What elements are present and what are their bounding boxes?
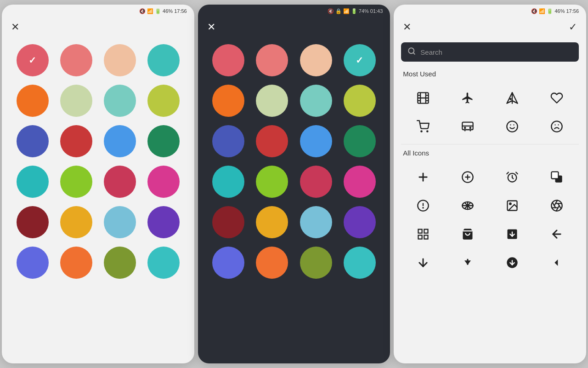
color-dot-cyan[interactable] xyxy=(17,166,49,198)
wifi-icon: 📶 xyxy=(147,8,153,14)
all-icons-label: All Icons xyxy=(394,146,586,161)
svg-point-10 xyxy=(510,98,511,99)
dark-color-dot-cyan[interactable] xyxy=(212,166,244,198)
grid-icon[interactable] xyxy=(407,220,439,248)
dark-color-dot-lime[interactable] xyxy=(344,85,376,117)
dark-color-dot-sage[interactable] xyxy=(256,85,288,117)
confirm-button-icon[interactable]: ✓ xyxy=(569,21,577,33)
selected-check: ✓ xyxy=(28,55,36,66)
top-bar-dark: ✕ xyxy=(198,17,390,39)
color-dot-sage[interactable] xyxy=(60,85,92,117)
film-icon[interactable] xyxy=(407,84,439,112)
alert-icon[interactable] xyxy=(407,192,439,219)
arrow-down-circle-icon[interactable] xyxy=(496,249,528,276)
airplane-icon[interactable] xyxy=(452,84,484,112)
alarm-icon[interactable] xyxy=(496,163,528,191)
color-dot-chartreuse[interactable] xyxy=(60,166,92,198)
football-icon[interactable] xyxy=(452,192,484,219)
color-dot-blue1[interactable] xyxy=(17,125,49,157)
search-placeholder[interactable]: Search xyxy=(420,48,442,56)
search-icon xyxy=(407,47,416,57)
search-bar[interactable]: Search xyxy=(401,42,579,62)
dark-color-dot-maroon[interactable] xyxy=(212,206,244,238)
dark-color-dot-orange[interactable] xyxy=(212,85,244,117)
plus-icon[interactable] xyxy=(407,163,439,191)
color-dot-red-selected[interactable]: ✓ xyxy=(17,44,49,76)
close-button-dark[interactable]: ✕ xyxy=(207,21,215,33)
color-dot-magenta[interactable] xyxy=(147,166,180,198)
close-button-icon[interactable]: ✕ xyxy=(403,21,411,33)
download-box-icon[interactable] xyxy=(496,220,528,248)
dark-color-dot-chartreuse[interactable] xyxy=(256,166,288,198)
all-icons-grid xyxy=(394,161,586,278)
dark-color-dot-periwinkle[interactable] xyxy=(212,247,244,279)
dark-color-dot-skyblue[interactable] xyxy=(300,125,332,157)
color-dot-tomato[interactable] xyxy=(60,247,92,279)
status-bar-icon: 🔇 📶 🔋 46% 17:56 xyxy=(394,5,586,17)
copy-icon[interactable] xyxy=(541,163,573,191)
color-grid-light: ✓ xyxy=(2,39,194,363)
dark-color-dot-aqua[interactable] xyxy=(300,85,332,117)
pizza-icon[interactable] xyxy=(496,84,528,112)
close-button-light[interactable]: ✕ xyxy=(11,21,19,33)
svg-rect-50 xyxy=(418,235,422,239)
bus-icon[interactable] xyxy=(452,113,484,140)
dark-color-dot-tomato[interactable] xyxy=(256,247,288,279)
dark-color-dot-steelblue[interactable] xyxy=(300,206,332,238)
lock-icon-dark: 🔒 xyxy=(335,8,342,14)
dark-color-dot-purple[interactable] xyxy=(344,206,376,238)
color-dot-periwinkle[interactable] xyxy=(17,247,49,279)
color-dot-orange[interactable] xyxy=(17,85,49,117)
dark-color-dot-green1[interactable] xyxy=(344,125,376,157)
color-dot-lime[interactable] xyxy=(147,85,180,117)
svg-point-12 xyxy=(427,131,428,132)
dark-color-dot-blue1[interactable] xyxy=(212,125,244,157)
battery-icon-icon: 🔋 xyxy=(547,8,553,14)
dark-color-dot-peach[interactable] xyxy=(300,44,332,76)
aperture-icon[interactable] xyxy=(541,192,573,219)
heart-icon[interactable] xyxy=(541,84,573,112)
color-dot-steelblue[interactable] xyxy=(104,206,136,238)
dark-color-dot-red[interactable] xyxy=(212,44,244,76)
smile-icon[interactable] xyxy=(496,113,528,140)
arrow-left-filled-icon[interactable] xyxy=(541,249,573,276)
dark-color-dot-crimson[interactable] xyxy=(256,125,288,157)
battery-text-light: 46% xyxy=(163,8,173,14)
color-dot-purple[interactable] xyxy=(147,206,180,238)
color-dot-teal1[interactable] xyxy=(147,44,180,76)
shopping-bag-icon[interactable] xyxy=(452,220,484,248)
dark-color-dot-rose[interactable] xyxy=(300,166,332,198)
color-dot-crimson[interactable] xyxy=(60,125,92,157)
dark-color-dot-teal2[interactable] xyxy=(344,247,376,279)
dark-color-dot-amber[interactable] xyxy=(256,206,288,238)
color-dot-maroon[interactable] xyxy=(17,206,49,238)
color-dot-rose[interactable] xyxy=(104,166,136,198)
plus-circle-icon[interactable] xyxy=(452,163,484,191)
mute-icon: 🔇 xyxy=(139,8,146,14)
frown-icon[interactable] xyxy=(541,113,573,140)
time-text-light: 17:56 xyxy=(174,8,187,14)
dark-color-dot-olive[interactable] xyxy=(300,247,332,279)
cart-icon[interactable] xyxy=(407,113,439,140)
color-dot-peach[interactable] xyxy=(104,44,136,76)
color-dot-salmon[interactable] xyxy=(60,44,92,76)
arrow-down-icon[interactable] xyxy=(407,249,439,276)
color-dot-green1[interactable] xyxy=(147,125,180,157)
arrow-left-icon[interactable] xyxy=(541,220,573,248)
color-dot-skyblue[interactable] xyxy=(104,125,136,157)
status-icons-light: 🔇 📶 🔋 46% 17:56 xyxy=(139,8,187,14)
color-dot-olive[interactable] xyxy=(104,247,136,279)
arrow-down-filled-icon[interactable] xyxy=(452,249,484,276)
color-dot-aqua[interactable] xyxy=(104,85,136,117)
svg-line-1 xyxy=(413,52,415,54)
color-dot-amber[interactable] xyxy=(60,206,92,238)
wifi-icon-icon: 📶 xyxy=(539,8,545,14)
status-bar-light: 🔇 📶 🔋 46% 17:56 xyxy=(2,5,194,17)
color-dot-teal2[interactable] xyxy=(147,247,180,279)
most-used-icon-grid xyxy=(394,82,586,142)
dark-color-dot-salmon[interactable] xyxy=(256,44,288,76)
dark-color-dot-magenta[interactable] xyxy=(344,166,376,198)
status-icons-icon: 🔇 📶 🔋 46% 17:56 xyxy=(531,8,579,14)
image-icon[interactable] xyxy=(496,192,528,219)
dark-color-dot-teal-selected[interactable]: ✓ xyxy=(344,44,376,76)
